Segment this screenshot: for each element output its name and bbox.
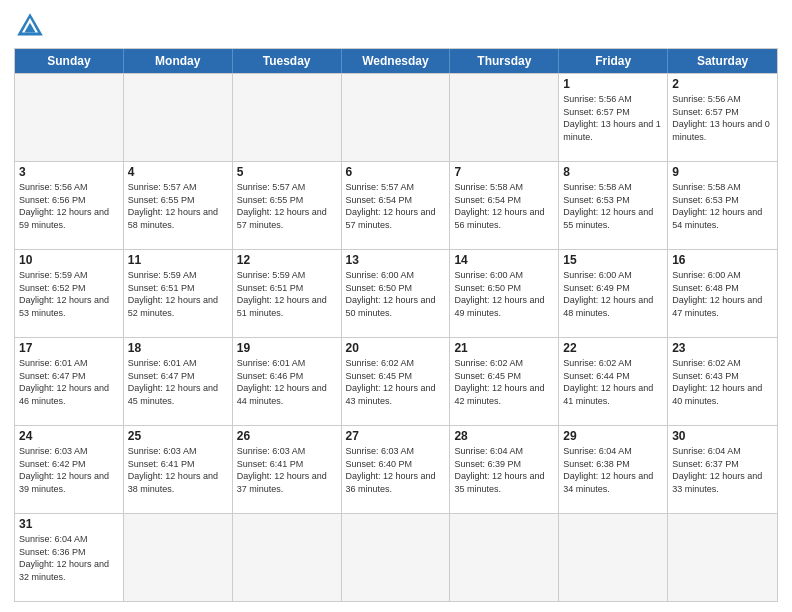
calendar: SundayMondayTuesdayWednesdayThursdayFrid…: [14, 48, 778, 602]
day-number: 25: [128, 429, 228, 443]
calendar-cell: 5Sunrise: 5:57 AMSunset: 6:55 PMDaylight…: [233, 162, 342, 249]
day-number: 15: [563, 253, 663, 267]
calendar-cell: [668, 514, 777, 601]
calendar-cell: 24Sunrise: 6:03 AMSunset: 6:42 PMDayligh…: [15, 426, 124, 513]
day-info: Sunrise: 5:58 AMSunset: 6:54 PMDaylight:…: [454, 181, 554, 231]
day-number: 31: [19, 517, 119, 531]
calendar-cell: 2Sunrise: 5:56 AMSunset: 6:57 PMDaylight…: [668, 74, 777, 161]
page: SundayMondayTuesdayWednesdayThursdayFrid…: [0, 0, 792, 612]
day-number: 8: [563, 165, 663, 179]
calendar-header: SundayMondayTuesdayWednesdayThursdayFrid…: [15, 49, 777, 73]
calendar-cell: [233, 514, 342, 601]
day-info: Sunrise: 6:00 AMSunset: 6:50 PMDaylight:…: [454, 269, 554, 319]
calendar-cell: 25Sunrise: 6:03 AMSunset: 6:41 PMDayligh…: [124, 426, 233, 513]
day-info: Sunrise: 6:03 AMSunset: 6:41 PMDaylight:…: [237, 445, 337, 495]
calendar-row-0: 1Sunrise: 5:56 AMSunset: 6:57 PMDaylight…: [15, 73, 777, 161]
day-number: 16: [672, 253, 773, 267]
calendar-cell: 10Sunrise: 5:59 AMSunset: 6:52 PMDayligh…: [15, 250, 124, 337]
day-info: Sunrise: 6:02 AMSunset: 6:45 PMDaylight:…: [346, 357, 446, 407]
day-number: 2: [672, 77, 773, 91]
header-day-thursday: Thursday: [450, 49, 559, 73]
day-number: 6: [346, 165, 446, 179]
calendar-cell: 18Sunrise: 6:01 AMSunset: 6:47 PMDayligh…: [124, 338, 233, 425]
calendar-cell: 21Sunrise: 6:02 AMSunset: 6:45 PMDayligh…: [450, 338, 559, 425]
day-number: 10: [19, 253, 119, 267]
header: [14, 10, 778, 42]
header-day-tuesday: Tuesday: [233, 49, 342, 73]
day-info: Sunrise: 6:03 AMSunset: 6:40 PMDaylight:…: [346, 445, 446, 495]
header-day-saturday: Saturday: [668, 49, 777, 73]
day-info: Sunrise: 6:01 AMSunset: 6:46 PMDaylight:…: [237, 357, 337, 407]
calendar-cell: 19Sunrise: 6:01 AMSunset: 6:46 PMDayligh…: [233, 338, 342, 425]
calendar-cell: 17Sunrise: 6:01 AMSunset: 6:47 PMDayligh…: [15, 338, 124, 425]
day-info: Sunrise: 6:00 AMSunset: 6:49 PMDaylight:…: [563, 269, 663, 319]
day-info: Sunrise: 6:02 AMSunset: 6:43 PMDaylight:…: [672, 357, 773, 407]
calendar-cell: [450, 514, 559, 601]
day-number: 24: [19, 429, 119, 443]
day-info: Sunrise: 6:03 AMSunset: 6:42 PMDaylight:…: [19, 445, 119, 495]
calendar-cell: [124, 514, 233, 601]
day-info: Sunrise: 6:01 AMSunset: 6:47 PMDaylight:…: [19, 357, 119, 407]
day-info: Sunrise: 5:57 AMSunset: 6:55 PMDaylight:…: [237, 181, 337, 231]
day-info: Sunrise: 6:04 AMSunset: 6:39 PMDaylight:…: [454, 445, 554, 495]
header-day-sunday: Sunday: [15, 49, 124, 73]
calendar-cell: 31Sunrise: 6:04 AMSunset: 6:36 PMDayligh…: [15, 514, 124, 601]
day-number: 4: [128, 165, 228, 179]
calendar-cell: 30Sunrise: 6:04 AMSunset: 6:37 PMDayligh…: [668, 426, 777, 513]
calendar-cell: [15, 74, 124, 161]
calendar-cell: 7Sunrise: 5:58 AMSunset: 6:54 PMDaylight…: [450, 162, 559, 249]
calendar-cell: 22Sunrise: 6:02 AMSunset: 6:44 PMDayligh…: [559, 338, 668, 425]
day-number: 12: [237, 253, 337, 267]
calendar-cell: 28Sunrise: 6:04 AMSunset: 6:39 PMDayligh…: [450, 426, 559, 513]
calendar-cell: [450, 74, 559, 161]
calendar-cell: 26Sunrise: 6:03 AMSunset: 6:41 PMDayligh…: [233, 426, 342, 513]
day-info: Sunrise: 5:57 AMSunset: 6:54 PMDaylight:…: [346, 181, 446, 231]
header-day-wednesday: Wednesday: [342, 49, 451, 73]
calendar-row-4: 24Sunrise: 6:03 AMSunset: 6:42 PMDayligh…: [15, 425, 777, 513]
calendar-cell: [342, 514, 451, 601]
day-info: Sunrise: 5:58 AMSunset: 6:53 PMDaylight:…: [672, 181, 773, 231]
day-info: Sunrise: 5:59 AMSunset: 6:51 PMDaylight:…: [128, 269, 228, 319]
day-number: 3: [19, 165, 119, 179]
calendar-cell: 11Sunrise: 5:59 AMSunset: 6:51 PMDayligh…: [124, 250, 233, 337]
day-info: Sunrise: 5:56 AMSunset: 6:56 PMDaylight:…: [19, 181, 119, 231]
day-number: 17: [19, 341, 119, 355]
calendar-cell: 12Sunrise: 5:59 AMSunset: 6:51 PMDayligh…: [233, 250, 342, 337]
day-number: 21: [454, 341, 554, 355]
calendar-row-1: 3Sunrise: 5:56 AMSunset: 6:56 PMDaylight…: [15, 161, 777, 249]
day-info: Sunrise: 5:58 AMSunset: 6:53 PMDaylight:…: [563, 181, 663, 231]
day-number: 26: [237, 429, 337, 443]
logo-icon: [14, 10, 46, 42]
day-number: 22: [563, 341, 663, 355]
calendar-body: 1Sunrise: 5:56 AMSunset: 6:57 PMDaylight…: [15, 73, 777, 601]
day-number: 20: [346, 341, 446, 355]
day-info: Sunrise: 6:04 AMSunset: 6:37 PMDaylight:…: [672, 445, 773, 495]
day-number: 9: [672, 165, 773, 179]
day-info: Sunrise: 5:59 AMSunset: 6:51 PMDaylight:…: [237, 269, 337, 319]
day-info: Sunrise: 5:57 AMSunset: 6:55 PMDaylight:…: [128, 181, 228, 231]
day-info: Sunrise: 5:56 AMSunset: 6:57 PMDaylight:…: [672, 93, 773, 143]
day-number: 30: [672, 429, 773, 443]
day-number: 11: [128, 253, 228, 267]
calendar-cell: 3Sunrise: 5:56 AMSunset: 6:56 PMDaylight…: [15, 162, 124, 249]
logo: [14, 10, 50, 42]
calendar-cell: [342, 74, 451, 161]
calendar-cell: 8Sunrise: 5:58 AMSunset: 6:53 PMDaylight…: [559, 162, 668, 249]
day-number: 7: [454, 165, 554, 179]
calendar-cell: 20Sunrise: 6:02 AMSunset: 6:45 PMDayligh…: [342, 338, 451, 425]
day-number: 28: [454, 429, 554, 443]
day-info: Sunrise: 6:04 AMSunset: 6:38 PMDaylight:…: [563, 445, 663, 495]
calendar-cell: 9Sunrise: 5:58 AMSunset: 6:53 PMDaylight…: [668, 162, 777, 249]
day-number: 13: [346, 253, 446, 267]
calendar-row-3: 17Sunrise: 6:01 AMSunset: 6:47 PMDayligh…: [15, 337, 777, 425]
day-info: Sunrise: 6:00 AMSunset: 6:50 PMDaylight:…: [346, 269, 446, 319]
header-day-friday: Friday: [559, 49, 668, 73]
day-info: Sunrise: 6:02 AMSunset: 6:44 PMDaylight:…: [563, 357, 663, 407]
day-number: 19: [237, 341, 337, 355]
day-number: 29: [563, 429, 663, 443]
calendar-cell: 6Sunrise: 5:57 AMSunset: 6:54 PMDaylight…: [342, 162, 451, 249]
calendar-cell: 15Sunrise: 6:00 AMSunset: 6:49 PMDayligh…: [559, 250, 668, 337]
header-day-monday: Monday: [124, 49, 233, 73]
day-number: 1: [563, 77, 663, 91]
day-info: Sunrise: 6:04 AMSunset: 6:36 PMDaylight:…: [19, 533, 119, 583]
